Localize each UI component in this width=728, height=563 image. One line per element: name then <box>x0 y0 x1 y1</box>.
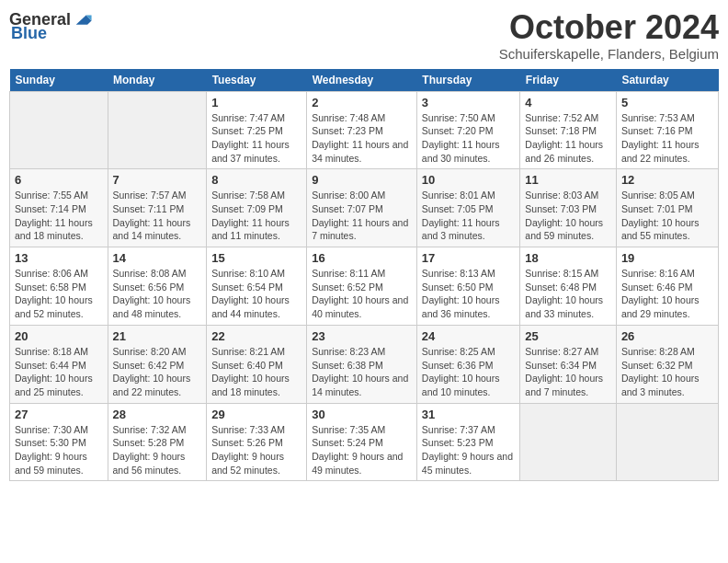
logo-text-blue: Blue <box>11 24 47 43</box>
day-info: Sunrise: 8:06 AM Sunset: 6:58 PM Dayligh… <box>15 267 103 321</box>
day-info: Sunrise: 8:03 AM Sunset: 7:03 PM Dayligh… <box>525 189 611 243</box>
day-info: Sunrise: 8:15 AM Sunset: 6:48 PM Dayligh… <box>525 267 611 321</box>
day-number: 5 <box>621 96 713 109</box>
calendar-header-row: SundayMondayTuesdayWednesdayThursdayFrid… <box>10 69 719 92</box>
day-number: 7 <box>113 173 202 187</box>
calendar-body: 1Sunrise: 7:47 AM Sunset: 7:25 PM Daylig… <box>10 91 719 481</box>
day-number: 23 <box>312 329 412 343</box>
calendar-cell: 29Sunrise: 7:33 AM Sunset: 5:26 PM Dayli… <box>207 403 307 481</box>
calendar-cell: 18Sunrise: 8:15 AM Sunset: 6:48 PM Dayli… <box>520 247 617 326</box>
day-number: 27 <box>15 408 103 421</box>
day-info: Sunrise: 7:52 AM Sunset: 7:18 PM Dayligh… <box>525 111 611 166</box>
day-number: 18 <box>525 251 611 265</box>
day-number: 19 <box>621 251 713 265</box>
calendar-day-header: Wednesday <box>307 69 417 92</box>
day-number: 14 <box>113 251 202 265</box>
day-number: 21 <box>113 329 202 343</box>
calendar-cell: 20Sunrise: 8:18 AM Sunset: 6:44 PM Dayli… <box>10 325 108 403</box>
day-info: Sunrise: 8:18 AM Sunset: 6:44 PM Dayligh… <box>15 345 103 399</box>
day-info: Sunrise: 8:23 AM Sunset: 6:38 PM Dayligh… <box>312 345 412 399</box>
day-info: Sunrise: 7:47 AM Sunset: 7:25 PM Dayligh… <box>211 111 301 166</box>
calendar-cell: 23Sunrise: 8:23 AM Sunset: 6:38 PM Dayli… <box>307 325 417 403</box>
calendar-cell: 7Sunrise: 7:57 AM Sunset: 7:11 PM Daylig… <box>108 169 207 247</box>
logo: General Blue <box>9 9 93 43</box>
day-info: Sunrise: 7:30 AM Sunset: 5:30 PM Dayligh… <box>15 423 103 477</box>
calendar-cell: 10Sunrise: 8:01 AM Sunset: 7:05 PM Dayli… <box>416 169 520 247</box>
day-info: Sunrise: 8:11 AM Sunset: 6:52 PM Dayligh… <box>312 267 412 321</box>
day-number: 13 <box>15 251 103 265</box>
calendar-cell: 8Sunrise: 7:58 AM Sunset: 7:09 PM Daylig… <box>207 169 307 247</box>
calendar-cell: 14Sunrise: 8:08 AM Sunset: 6:56 PM Dayli… <box>108 247 207 326</box>
calendar-day-header: Saturday <box>616 69 718 92</box>
day-info: Sunrise: 8:01 AM Sunset: 7:05 PM Dayligh… <box>422 189 516 243</box>
calendar-week-row: 6Sunrise: 7:55 AM Sunset: 7:14 PM Daylig… <box>10 169 719 247</box>
day-info: Sunrise: 7:48 AM Sunset: 7:23 PM Dayligh… <box>312 111 412 166</box>
calendar-cell: 19Sunrise: 8:16 AM Sunset: 6:46 PM Dayli… <box>616 247 718 326</box>
day-number: 20 <box>15 329 103 343</box>
calendar-cell: 28Sunrise: 7:32 AM Sunset: 5:28 PM Dayli… <box>108 403 207 481</box>
main-title: October 2024 <box>499 9 719 46</box>
calendar-week-row: 20Sunrise: 8:18 AM Sunset: 6:44 PM Dayli… <box>10 325 719 403</box>
day-info: Sunrise: 8:08 AM Sunset: 6:56 PM Dayligh… <box>113 267 202 321</box>
calendar-day-header: Sunday <box>10 69 108 92</box>
day-number: 25 <box>525 329 611 343</box>
calendar-cell: 22Sunrise: 8:21 AM Sunset: 6:40 PM Dayli… <box>207 325 307 403</box>
day-number: 8 <box>211 173 301 187</box>
day-number: 1 <box>211 96 301 109</box>
day-info: Sunrise: 7:33 AM Sunset: 5:26 PM Dayligh… <box>211 423 301 477</box>
calendar-cell: 11Sunrise: 8:03 AM Sunset: 7:03 PM Dayli… <box>520 169 617 247</box>
day-info: Sunrise: 8:00 AM Sunset: 7:07 PM Dayligh… <box>312 189 412 243</box>
calendar-cell: 1Sunrise: 7:47 AM Sunset: 7:25 PM Daylig… <box>207 91 307 169</box>
page-header: General Blue October 2024 Schuiferskapel… <box>9 9 719 62</box>
day-info: Sunrise: 7:58 AM Sunset: 7:09 PM Dayligh… <box>211 189 301 243</box>
day-info: Sunrise: 7:32 AM Sunset: 5:28 PM Dayligh… <box>113 423 202 477</box>
calendar-cell: 21Sunrise: 8:20 AM Sunset: 6:42 PM Dayli… <box>108 325 207 403</box>
day-number: 12 <box>621 173 713 187</box>
day-info: Sunrise: 8:10 AM Sunset: 6:54 PM Dayligh… <box>211 267 301 321</box>
calendar-cell: 25Sunrise: 8:27 AM Sunset: 6:34 PM Dayli… <box>520 325 617 403</box>
day-info: Sunrise: 7:37 AM Sunset: 5:23 PM Dayligh… <box>422 423 516 477</box>
day-number: 3 <box>422 96 516 109</box>
calendar-cell <box>108 91 207 169</box>
calendar-day-header: Tuesday <box>207 69 307 92</box>
calendar-day-header: Friday <box>520 69 617 92</box>
day-info: Sunrise: 8:16 AM Sunset: 6:46 PM Dayligh… <box>621 267 713 321</box>
day-number: 31 <box>422 408 516 421</box>
calendar-cell: 4Sunrise: 7:52 AM Sunset: 7:18 PM Daylig… <box>520 91 617 169</box>
calendar-cell: 5Sunrise: 7:53 AM Sunset: 7:16 PM Daylig… <box>616 91 718 169</box>
day-number: 30 <box>312 408 412 421</box>
day-number: 10 <box>422 173 516 187</box>
day-number: 9 <box>312 173 412 187</box>
day-info: Sunrise: 7:35 AM Sunset: 5:24 PM Dayligh… <box>312 423 412 477</box>
calendar-week-row: 13Sunrise: 8:06 AM Sunset: 6:58 PM Dayli… <box>10 247 719 326</box>
day-info: Sunrise: 7:50 AM Sunset: 7:20 PM Dayligh… <box>422 111 516 166</box>
day-info: Sunrise: 8:20 AM Sunset: 6:42 PM Dayligh… <box>113 345 202 399</box>
day-number: 11 <box>525 173 611 187</box>
calendar-cell <box>520 403 617 481</box>
day-number: 16 <box>312 251 412 265</box>
subtitle: Schuiferskapelle, Flanders, Belgium <box>499 46 719 62</box>
calendar-week-row: 27Sunrise: 7:30 AM Sunset: 5:30 PM Dayli… <box>10 403 719 481</box>
calendar-cell: 26Sunrise: 8:28 AM Sunset: 6:32 PM Dayli… <box>616 325 718 403</box>
calendar-cell: 27Sunrise: 7:30 AM Sunset: 5:30 PM Dayli… <box>10 403 108 481</box>
day-info: Sunrise: 7:53 AM Sunset: 7:16 PM Dayligh… <box>621 111 713 166</box>
day-info: Sunrise: 7:55 AM Sunset: 7:14 PM Dayligh… <box>15 189 103 243</box>
calendar-table: SundayMondayTuesdayWednesdayThursdayFrid… <box>9 69 719 482</box>
calendar-cell: 31Sunrise: 7:37 AM Sunset: 5:23 PM Dayli… <box>416 403 520 481</box>
day-info: Sunrise: 8:28 AM Sunset: 6:32 PM Dayligh… <box>621 345 713 399</box>
day-number: 26 <box>621 329 713 343</box>
day-number: 22 <box>211 329 301 343</box>
calendar-cell: 3Sunrise: 7:50 AM Sunset: 7:20 PM Daylig… <box>416 91 520 169</box>
calendar-day-header: Monday <box>108 69 207 92</box>
day-number: 28 <box>113 408 202 421</box>
calendar-cell <box>10 91 108 169</box>
calendar-cell: 9Sunrise: 8:00 AM Sunset: 7:07 PM Daylig… <box>307 169 417 247</box>
calendar-day-header: Thursday <box>416 69 520 92</box>
day-number: 4 <box>525 96 611 109</box>
calendar-cell: 13Sunrise: 8:06 AM Sunset: 6:58 PM Dayli… <box>10 247 108 326</box>
calendar-cell: 6Sunrise: 7:55 AM Sunset: 7:14 PM Daylig… <box>10 169 108 247</box>
day-info: Sunrise: 8:21 AM Sunset: 6:40 PM Dayligh… <box>211 345 301 399</box>
day-number: 6 <box>15 173 103 187</box>
calendar-cell: 30Sunrise: 7:35 AM Sunset: 5:24 PM Dayli… <box>307 403 417 481</box>
calendar-cell: 17Sunrise: 8:13 AM Sunset: 6:50 PM Dayli… <box>416 247 520 326</box>
